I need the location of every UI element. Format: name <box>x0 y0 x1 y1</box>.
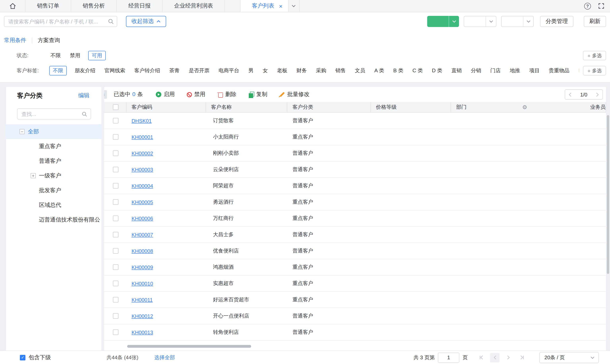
customer-code-link[interactable]: KH00012 <box>132 313 153 319</box>
table-row[interactable]: KH00012 开心一点便利店 普通客户 <box>104 308 606 324</box>
home-button[interactable] <box>0 0 26 12</box>
row-checkbox[interactable] <box>113 216 118 221</box>
row-checkbox[interactable] <box>113 199 118 205</box>
customer-code-link[interactable]: DHSK01 <box>132 118 152 124</box>
tag-multi-select-button[interactable]: + 多选 <box>583 66 606 75</box>
table-row[interactable]: KH00011 好运来百货超市 重点客户 <box>104 292 606 308</box>
collapse-sidebar-handle[interactable]: ‹ <box>104 90 107 99</box>
row-checkbox[interactable] <box>113 134 118 140</box>
row-checkbox[interactable] <box>113 281 118 286</box>
tab-list-dropdown[interactable] <box>289 0 300 12</box>
filter-option[interactable]: A 类 <box>373 66 385 75</box>
nav-tab[interactable]: 经营日报 <box>117 0 163 12</box>
filter-option[interactable]: 茶青 <box>168 66 181 75</box>
select-all-checkbox[interactable] <box>113 104 118 110</box>
table-row[interactable]: KH00006 万红商行 重点客户 <box>104 210 606 227</box>
include-sub-checkbox[interactable] <box>20 355 26 360</box>
filter-option[interactable]: 直销 <box>450 66 463 75</box>
column-header[interactable]: 客户编码 <box>126 102 206 112</box>
tree-item[interactable]: 重点客户 <box>6 139 101 154</box>
filter-option[interactable]: 男 <box>247 66 255 75</box>
filter-option[interactable]: 财务 <box>295 66 308 75</box>
next-page-icon[interactable] <box>596 92 599 97</box>
table-row[interactable]: KH00002 刚刚小卖部 普通客户 <box>104 145 606 162</box>
customer-code-link[interactable]: KH00010 <box>132 280 153 286</box>
first-page-icon[interactable] <box>476 353 486 362</box>
filter-option[interactable]: B 类 <box>392 66 404 75</box>
row-checkbox[interactable] <box>113 329 118 335</box>
customer-search-box[interactable] <box>4 16 117 27</box>
export-button[interactable]: 引出 <box>501 16 523 27</box>
filter-tab-common[interactable]: 常用条件 <box>4 37 26 44</box>
filter-option[interactable]: 文员 <box>354 66 366 75</box>
table-row[interactable]: KH00009 鸿惠烟酒 重点客户 <box>104 259 606 275</box>
customer-code-link[interactable]: KH00006 <box>132 215 153 221</box>
row-checkbox[interactable] <box>113 150 118 156</box>
filter-option[interactable]: 官网线索 <box>103 66 126 75</box>
category-manage-button[interactable]: 分类管理 <box>540 16 573 27</box>
customer-code-link[interactable]: KH00004 <box>132 183 153 189</box>
collapse-filter-button[interactable]: 收起筛选 <box>126 16 166 27</box>
help-icon[interactable]: ? <box>584 3 591 9</box>
grid-action-button[interactable]: 批量修改 <box>279 91 310 98</box>
grid-action-button[interactable]: 禁用 <box>187 91 206 98</box>
row-checkbox[interactable] <box>113 167 118 172</box>
filter-option[interactable]: 客户转介绍 <box>133 66 161 75</box>
category-search-input[interactable] <box>21 111 82 117</box>
import-dropdown[interactable] <box>485 16 496 26</box>
table-settings-gear-icon[interactable]: ⚙ <box>522 104 604 110</box>
filter-option[interactable]: 禁用 <box>69 51 82 60</box>
category-search-box[interactable] <box>17 108 91 119</box>
filter-option[interactable]: 不限 <box>49 66 67 75</box>
table-row[interactable]: KH00005 勇远酒行 重点客户 <box>104 194 606 210</box>
row-checkbox[interactable] <box>113 297 118 302</box>
search-icon[interactable] <box>108 19 114 24</box>
row-checkbox[interactable] <box>113 313 118 319</box>
customer-code-link[interactable]: KH00005 <box>132 199 153 205</box>
filter-option[interactable]: 电商平台 <box>217 66 240 75</box>
tree-item[interactable]: 区域总代 <box>6 198 101 212</box>
row-checkbox[interactable] <box>113 118 118 123</box>
page-number-input[interactable] <box>438 352 459 363</box>
filter-option[interactable]: 贵重物品 <box>548 66 571 75</box>
customer-code-link[interactable]: KH00007 <box>132 232 153 238</box>
refresh-button[interactable]: 刷新 <box>584 16 606 27</box>
tree-item[interactable]: 批发客户 <box>6 183 101 198</box>
filter-option[interactable]: 电商 <box>577 66 579 75</box>
filter-option[interactable]: D 类 <box>431 66 444 75</box>
customer-code-link[interactable]: KH00008 <box>132 248 153 254</box>
table-row[interactable]: KH00010 实惠超市 重点客户 <box>104 275 606 292</box>
horizontal-scrollbar-thumb[interactable] <box>127 345 251 348</box>
customer-code-link[interactable]: KH00009 <box>132 264 153 270</box>
filter-option[interactable]: 是否开票 <box>188 66 211 75</box>
row-checkbox[interactable] <box>113 232 118 237</box>
customer-code-link[interactable]: KH00002 <box>132 150 153 156</box>
tree-item[interactable]: 迈普通信技术股份有限公 <box>6 212 101 227</box>
vertical-scrollbar-thumb[interactable] <box>607 115 609 274</box>
table-row[interactable]: DHSK01 订货散客 普通客户 <box>104 113 606 129</box>
column-header[interactable]: 价格等级 <box>371 102 451 112</box>
row-checkbox[interactable] <box>113 264 118 270</box>
grid-action-button[interactable]: 复制 <box>248 91 267 98</box>
last-page-icon[interactable] <box>517 353 527 362</box>
filter-option[interactable]: 销售 <box>334 66 347 75</box>
page-size-select[interactable]: 20条 / 页 <box>539 352 599 363</box>
prev-page-icon[interactable] <box>569 92 571 97</box>
status-multi-select-button[interactable]: + 多选 <box>583 51 606 60</box>
customer-code-link[interactable]: KH00003 <box>132 167 153 172</box>
filter-option[interactable]: 可用 <box>88 51 106 60</box>
tree-expander-icon[interactable] <box>19 129 25 134</box>
nav-tab[interactable]: 企业经营利润表 <box>163 0 225 12</box>
prev-page-icon[interactable] <box>490 353 499 362</box>
edit-category-link[interactable]: 编辑 <box>78 92 89 99</box>
next-page-icon[interactable] <box>503 353 513 362</box>
nav-tab[interactable]: 销售分析 <box>71 0 117 12</box>
table-row[interactable]: KH00008 优食便利店 普通客户 <box>104 243 606 259</box>
table-row[interactable]: KH00004 阿荣超市 普通客户 <box>104 178 606 194</box>
column-header[interactable]: 客户分类 <box>287 102 371 112</box>
table-row[interactable]: KH00007 大昌士多 普通客户 <box>104 227 606 243</box>
customer-search-input[interactable] <box>8 18 108 25</box>
filter-option[interactable]: C 类 <box>411 66 424 75</box>
include-sub-option[interactable]: 包含下级 <box>20 354 51 361</box>
filter-option[interactable]: 女 <box>262 66 269 75</box>
